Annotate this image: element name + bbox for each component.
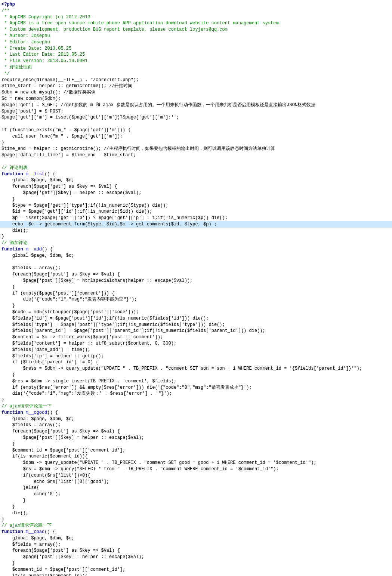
code-line: die('{"code":"1","msg":"发表内容不能为空"}'); bbox=[0, 296, 392, 303]
code-line: foreach($page['post'] as $key => $val) { bbox=[0, 548, 392, 554]
code-line bbox=[0, 158, 392, 165]
code-line: $p = isset($page['get']['p']) ? $page['g… bbox=[0, 215, 392, 221]
code-line: <?php bbox=[0, 1, 392, 8]
code-line: $type = $page['get']['type'];if(!is_nume… bbox=[0, 203, 392, 209]
code-editor: <?php/** * AppCMS Copyright (c) 2012-201… bbox=[0, 0, 392, 576]
code-line: } bbox=[0, 284, 392, 290]
code-line: global $page, $dbm, $c; bbox=[0, 253, 392, 259]
code-line: } bbox=[0, 372, 392, 378]
code-line: foreach($page['post'] as $key => $val) { bbox=[0, 428, 392, 435]
code-line: } bbox=[0, 397, 392, 403]
code-line: function m__cbad() { bbox=[0, 529, 392, 535]
code-line: if(is_numeric($comment_id)){ bbox=[0, 573, 392, 576]
code-line: $dbm = new db_mysql(); //数据库类实例 bbox=[0, 89, 392, 96]
code-line: if ($fields['parent_id'] != 0) { bbox=[0, 359, 392, 366]
code-line: // ajax请求评论顶一下 bbox=[0, 403, 392, 410]
code-line: echo('0'); bbox=[0, 491, 392, 498]
code-line: $page['post'][$key] = helper :: escape($… bbox=[0, 435, 392, 441]
code-line: } bbox=[0, 498, 392, 504]
code-line: // ajax请求评论踩一下 bbox=[0, 523, 392, 529]
code-line: * Editor: Josephu bbox=[0, 39, 392, 46]
code-line: foreach($page['get'] as $key => $val) { bbox=[0, 184, 392, 190]
code-line bbox=[0, 121, 392, 127]
code-line: if (empty($page['post']['comment'])) { bbox=[0, 290, 392, 297]
code-line: function m__list() { bbox=[0, 171, 392, 178]
code-line: $fields['date_add'] = time(); bbox=[0, 347, 392, 353]
code-line: $page['post'][$key] = htmlspecialchars(h… bbox=[0, 278, 392, 284]
code-line: die(); bbox=[0, 228, 392, 234]
code-line: if(is_numeric($comment_id)){ bbox=[0, 453, 392, 460]
code-line: }else{ bbox=[0, 485, 392, 491]
code-line: $fields['type'] = $page['post']['type'];… bbox=[0, 322, 392, 328]
code-line: $time_start = helper :: getmicrotime(); … bbox=[0, 83, 392, 89]
code-line: } bbox=[0, 140, 392, 146]
code-line: $comment_id = $page['post']['comment_id'… bbox=[0, 447, 392, 454]
code-line: $time_end = helper :: getmicrotime(); //… bbox=[0, 146, 392, 152]
code-line: * 评论处理页 bbox=[0, 64, 392, 71]
code-line: * Author: Josephu bbox=[0, 33, 392, 39]
code-line: call_user_func("m_" . $page['get']['m'])… bbox=[0, 133, 392, 140]
code-line: $dbm -> query_update("UPDATE " . TB_PREF… bbox=[0, 460, 392, 466]
code-line: * AppCMS is a free open source mobile ph… bbox=[0, 20, 392, 27]
code-line: $fields['parent_id'] = $page['post']['pa… bbox=[0, 328, 392, 334]
code-line: $fields['id'] = $page['post']['id'];if(!… bbox=[0, 315, 392, 322]
code-line: $code = md5(strtoupper($page['post']['co… bbox=[0, 309, 392, 315]
code-line: $page['data_fill_time'] = $time_end - $t… bbox=[0, 152, 392, 158]
code-line: } bbox=[0, 560, 392, 567]
code-line: $page['post'] = $_POST; bbox=[0, 108, 392, 115]
code-line: } bbox=[0, 303, 392, 309]
code-line: * AppCMS Copyright (c) 2012-2013 bbox=[0, 14, 392, 21]
code-line: $page['post'][$key] = helper :: escape($… bbox=[0, 554, 392, 560]
code-line: die(); bbox=[0, 510, 392, 517]
code-line: } bbox=[0, 441, 392, 447]
code-line: // 添加评论 bbox=[0, 240, 392, 246]
code-line: $fields = array(); bbox=[0, 265, 392, 271]
code-line: $fields = array(); bbox=[0, 542, 392, 548]
code-line: /** bbox=[0, 8, 392, 14]
code-line: $page['get'][$key] = helper :: escape($v… bbox=[0, 190, 392, 196]
code-line: $rs = $dbm -> query("SELECT * from " . T… bbox=[0, 466, 392, 472]
code-line: $c = new common($dbm); bbox=[0, 96, 392, 102]
code-line: require_once(dirname(__FILE__) . "/core/… bbox=[0, 77, 392, 83]
code-line: $fields = array(); bbox=[0, 422, 392, 428]
code-line: function m__add() { bbox=[0, 246, 392, 253]
code-line: } bbox=[0, 196, 392, 203]
code-line: $id = $page['get']['id'];if(!is_numeric(… bbox=[0, 209, 392, 215]
code-line: foreach($page['post'] as $key => $val) { bbox=[0, 271, 392, 278]
code-line bbox=[0, 259, 392, 265]
code-line: if (empty($res['error']) && empty($res['… bbox=[0, 385, 392, 391]
code-line: $content = $c -> filter_words($page['pos… bbox=[0, 334, 392, 341]
code-line: $page['get'] = $_GET; //get参数的 m 和 ajax … bbox=[0, 102, 392, 108]
code-line: } bbox=[0, 234, 392, 240]
code-line: $ress = $dbm -> query_update("UPDATE " .… bbox=[0, 366, 392, 372]
code-line: die('{"code":"1","msg":"发表失败：' . $ress['… bbox=[0, 391, 392, 397]
code-line: $comment_id = $page['post']['comment_id'… bbox=[0, 567, 392, 573]
code-line: $page['get']['m'] = isset($page['get']['… bbox=[0, 114, 392, 121]
code-line: if (function_exists("m_" . $page['get'][… bbox=[0, 127, 392, 133]
code-line: $fields['content'] = helper :: utf8_subs… bbox=[0, 341, 392, 347]
code-line: global $page, $dbm, $c; bbox=[0, 535, 392, 542]
code-line: echo $rs['list'][0]['good']; bbox=[0, 479, 392, 485]
code-line: } bbox=[0, 516, 392, 523]
code-line: $fields['ip'] = helper :: getip(); bbox=[0, 353, 392, 360]
code-line: * Custom development, production BUG rep… bbox=[0, 27, 392, 33]
code-line: } bbox=[0, 504, 392, 510]
code-line: * Last Editor Date: 2013.05.25 bbox=[0, 52, 392, 58]
code-line: global $page, $dbm, $c; bbox=[0, 416, 392, 422]
code-line: if(count($rs['list'])>0){ bbox=[0, 472, 392, 479]
code-line: echo $c -> getcomment_form($type, $id).$… bbox=[0, 221, 392, 228]
code-line: $res = $dbm -> single_insert(TB_PREFIX .… bbox=[0, 378, 392, 385]
code-line: global $page, $dbm, $c; bbox=[0, 177, 392, 184]
code-line: function m__cgood() { bbox=[0, 410, 392, 416]
code-line: * Create Date: 2013.05.25 bbox=[0, 46, 392, 52]
code-line: // 评论列表 bbox=[0, 165, 392, 171]
code-line: * File version: 2013.05.13.0001 bbox=[0, 58, 392, 64]
code-line: */ bbox=[0, 71, 392, 77]
